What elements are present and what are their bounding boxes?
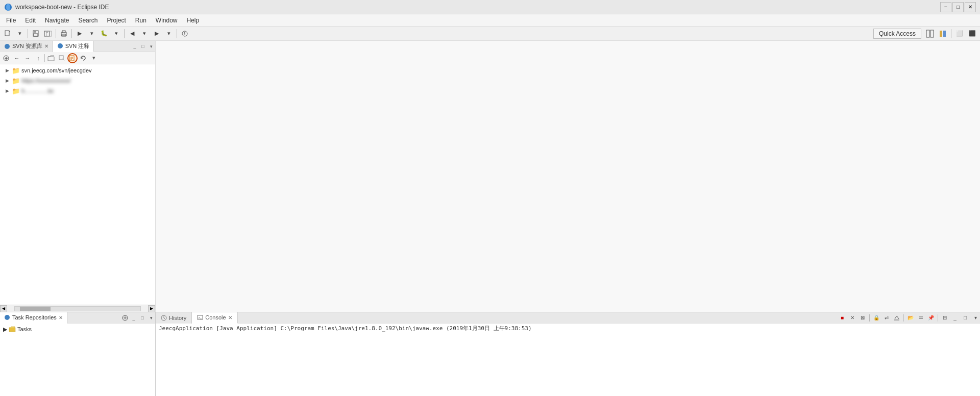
tasks-label: Tasks [17, 326, 32, 332]
quick-access-button[interactable]: Quick Access [873, 29, 921, 39]
svn-add-repo-btn[interactable] [1, 53, 11, 63]
folder-icon-1: 📁 [12, 66, 20, 75]
svn-new-folder-btn[interactable] [46, 53, 56, 63]
close-button[interactable]: ✕ [965, 2, 976, 12]
back-dropdown-button[interactable]: ▾ [139, 28, 150, 39]
debug-button[interactable]: 🐛 [99, 28, 110, 39]
save-all-button[interactable] [42, 28, 54, 39]
svn-annotate-btn[interactable] [67, 53, 78, 63]
svn-forward-btn[interactable]: → [22, 53, 33, 63]
console-dropdown-btn[interactable]: ▾ [971, 313, 980, 323]
task-maximize-btn[interactable]: □ [138, 314, 146, 322]
task-tab-bar: Task Repositories ✕ _ □ ▾ [0, 312, 155, 324]
console-view-menu-btn[interactable] [916, 313, 925, 323]
bottom-area: Task Repositories ✕ _ □ ▾ ▶ [0, 312, 980, 396]
svn-annotation-tab[interactable]: SVN 注释 [53, 41, 94, 52]
svg-rect-5 [34, 31, 36, 33]
console-maximize-btn[interactable]: □ [961, 313, 970, 323]
task-repos-tab[interactable]: Task Repositories ✕ [0, 312, 67, 324]
hscroll-right-btn[interactable]: ▶ [148, 305, 155, 312]
svn-toolbar: ← → ↑ ▾ [0, 52, 155, 64]
new-dropdown-button[interactable]: ▾ [14, 28, 26, 39]
svn-icon [4, 43, 10, 50]
console-icon [197, 314, 203, 320]
console-open-file-btn[interactable]: 📂 [906, 313, 915, 323]
task-add-btn[interactable] [121, 314, 129, 322]
upper-area: SVN 资源库 ✕ SVN 注释 _ □ ▾ ← → [0, 41, 980, 312]
console-terminate-btn[interactable]: ✕ [848, 313, 857, 323]
expand-icon-1: ▶ [4, 68, 10, 73]
expand-icon-2: ▶ [4, 78, 10, 83]
tree-item-1[interactable]: ▶ 📁 svn.jeecg.com/svn/jeecgdev [0, 65, 155, 76]
menu-navigate[interactable]: Navigate [41, 16, 73, 25]
tree-item-2[interactable]: ▶ 📁 https://xxxxxxxxxxx/ [0, 76, 155, 86]
expand-icon-3: ▶ [4, 88, 10, 93]
menu-project[interactable]: Project [103, 16, 130, 25]
hscroll-track[interactable] [14, 306, 141, 311]
back-button[interactable]: ◀ [127, 28, 138, 39]
svn-resources-tab[interactable]: SVN 资源库 ✕ [0, 41, 53, 52]
new-button[interactable] [2, 28, 13, 39]
console-tab-close[interactable]: ✕ [228, 315, 232, 320]
svg-rect-19 [943, 31, 946, 37]
toolbar-sep-3 [71, 29, 72, 38]
svg-point-20 [5, 44, 10, 49]
open-perspective-button[interactable] [937, 28, 948, 39]
tree-item-3[interactable]: ▶ 📁 h...............bc [0, 86, 155, 96]
hscroll-thumb[interactable] [20, 307, 51, 311]
maximize-button[interactable]: □ [952, 2, 964, 12]
tasks-tree-item[interactable]: ▶ Tasks [1, 325, 154, 334]
run-button[interactable]: ▶ [74, 28, 85, 39]
menu-run[interactable]: Run [131, 16, 151, 25]
menu-edit[interactable]: Edit [21, 16, 40, 25]
console-pin-btn[interactable]: 📌 [926, 313, 936, 323]
perspective-button[interactable] [924, 28, 936, 39]
run-dropdown-button[interactable]: ▾ [86, 28, 97, 39]
console-stop-btn[interactable]: ■ [838, 313, 847, 323]
maximize-view-button[interactable]: ⬜ [954, 28, 965, 39]
console-tab[interactable]: Console ✕ [192, 312, 237, 324]
forward-button[interactable]: ▶ [151, 28, 162, 39]
svn-more-btn[interactable]: ▾ [89, 53, 99, 63]
svn-refresh-btn[interactable] [78, 53, 88, 63]
panel-close-btn[interactable]: ▾ [147, 42, 155, 51]
toolbar-extra-1[interactable] [179, 28, 190, 39]
task-tab-close[interactable]: ✕ [59, 315, 63, 320]
save-button[interactable] [30, 28, 41, 39]
minimize-view-button[interactable]: ⬛ [967, 28, 978, 39]
task-repos-label: Task Repositories [12, 314, 57, 320]
folder-icon-3: 📁 [12, 87, 20, 95]
menu-search[interactable]: Search [74, 16, 102, 25]
console-clear-btn[interactable] [892, 313, 901, 323]
print-button[interactable] [58, 28, 69, 39]
task-dropdown-btn[interactable]: ▾ [147, 314, 155, 322]
minimize-button[interactable]: − [940, 2, 951, 12]
task-minimize-btn[interactable]: _ [130, 314, 138, 322]
menu-window[interactable]: Window [152, 16, 182, 25]
console-sep-3 [938, 314, 938, 321]
toolbar-sep-5 [177, 29, 177, 38]
hscroll-left-btn[interactable]: ◀ [0, 305, 7, 312]
panel-minimize-btn[interactable]: _ [131, 42, 139, 51]
console-disconnect-btn[interactable]: ⊠ [858, 313, 867, 323]
svn-resources-tab-close[interactable]: ✕ [44, 43, 48, 49]
history-tab[interactable]: History [156, 312, 192, 324]
toolbar-sep-1 [28, 29, 28, 38]
console-toolbar: ■ ✕ ⊠ 🔒 ⇌ 📂 📌 ⊟ [838, 313, 980, 323]
left-panel: SVN 资源库 ✕ SVN 注释 _ □ ▾ ← → [0, 41, 156, 312]
panel-maximize-btn[interactable]: □ [139, 42, 147, 51]
title-bar: workspace-boot-new - Eclipse IDE − □ ✕ [0, 0, 980, 14]
console-minimize-btn[interactable]: _ [950, 313, 960, 323]
console-scroll-lock-btn[interactable]: 🔒 [872, 313, 881, 323]
forward-dropdown-button[interactable]: ▾ [163, 28, 175, 39]
svn-back-btn[interactable]: ← [12, 53, 22, 63]
svg-rect-17 [930, 30, 934, 37]
svn-checkout-btn[interactable] [57, 53, 67, 63]
console-word-wrap-btn[interactable]: ⇌ [882, 313, 891, 323]
svn-up-btn[interactable]: ↑ [33, 53, 43, 63]
debug-dropdown-button[interactable]: ▾ [111, 28, 122, 39]
menu-help[interactable]: Help [183, 16, 204, 25]
menu-file[interactable]: File [2, 16, 20, 25]
console-show-console-btn[interactable]: ⊟ [940, 313, 949, 323]
toolbar-sep-2 [56, 29, 56, 38]
